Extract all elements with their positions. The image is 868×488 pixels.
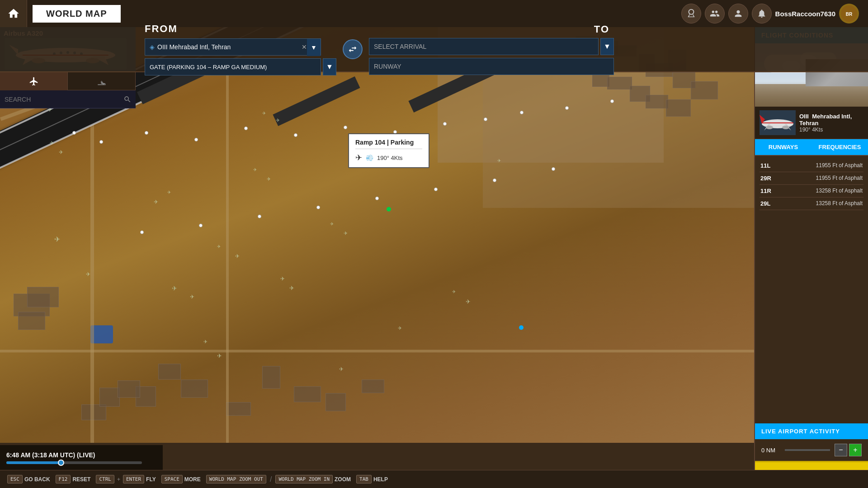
notifications-icon-button[interactable] xyxy=(752,4,772,23)
arrival-inputs: SELECT ARRIVAL ▼ RUNWAY xyxy=(369,38,614,75)
ramp-popup-info: ✈ 💨 190° 4Kts xyxy=(355,153,422,163)
arrival-placeholder: SELECT ARRIVAL xyxy=(374,43,426,50)
departure-gate-row: GATE (PARKING 104 – RAMP GA MEDIUM) ▼ xyxy=(145,58,336,75)
zoom-label: ZOOM xyxy=(335,476,351,483)
help-label: HELP xyxy=(373,476,388,483)
nm-increase-button[interactable]: + xyxy=(849,444,862,456)
gate-dropdown-button[interactable]: ▼ xyxy=(323,58,336,75)
search-input[interactable] xyxy=(0,96,119,103)
f12-key: F12 xyxy=(56,475,71,483)
nm-bar xyxy=(785,449,830,451)
swap-airports-button[interactable] xyxy=(343,39,363,59)
svg-point-23 xyxy=(782,126,789,129)
live-activity-content: 0 NM − + xyxy=(755,439,868,461)
avatar[interactable]: BR xyxy=(839,4,859,23)
zoom-in-key: WORLD MAP ZOOM IN xyxy=(275,475,333,483)
runway-row-29r: 29R 11955 Ft of Asphalt xyxy=(760,172,863,185)
ramp-plane-icon: ✈ xyxy=(355,153,362,163)
flight-bar: FROM ◈ OIII Mehrabad Intl, Tehran ✕ ▼ GA… xyxy=(0,27,868,72)
ramp-popup-title: Ramp 104 | Parking xyxy=(355,139,422,149)
bottom-bar: ESC GO BACK F12 RESET CTRL + ENTER FLY S… xyxy=(0,470,868,488)
from-label: FROM xyxy=(145,23,336,35)
home-button[interactable] xyxy=(0,0,27,27)
svg-point-0 xyxy=(689,9,693,14)
departure-gate-input[interactable]: GATE (PARKING 104 – RAMP GA MEDIUM) xyxy=(145,58,321,75)
esc-key: ESC xyxy=(7,475,23,483)
space-key: SPACE xyxy=(161,475,183,483)
username-label: BossRaccoon7630 xyxy=(775,10,835,18)
more-label: MORE xyxy=(184,476,201,483)
from-section: FROM ◈ OIII Mehrabad Intl, Tehran ✕ ▼ GA… xyxy=(145,23,336,75)
nm-decrease-button[interactable]: − xyxy=(835,444,847,456)
ramp-wind-value: 190° 4Kts xyxy=(377,155,403,161)
profile-icon-button[interactable] xyxy=(728,4,748,23)
svg-point-22 xyxy=(766,126,773,129)
svg-text:BR: BR xyxy=(846,12,853,17)
arrival-airport-input[interactable]: SELECT ARRIVAL xyxy=(369,38,599,55)
clear-departure-button[interactable]: ✕ xyxy=(302,43,307,51)
airport-thumb-image xyxy=(760,110,796,135)
time-slider-thumb[interactable] xyxy=(58,460,64,466)
slash-sep: / xyxy=(270,475,272,483)
reset-label: RESET xyxy=(72,476,90,483)
runways-table: 11L 11955 Ft of Asphalt 29R 11955 Ft of … xyxy=(755,156,868,214)
runway-id-11l: 11L xyxy=(760,162,778,169)
tab-arrival[interactable] xyxy=(68,72,136,90)
airport-code-name: OIII Mehrabad Intl, Tehran xyxy=(799,113,863,127)
enter-key: ENTER xyxy=(123,475,144,483)
departure-airport-row: ◈ OIII Mehrabad Intl, Tehran ✕ ▼ xyxy=(145,38,336,56)
runway-row-29l: 29L 13258 Ft of Asphalt xyxy=(760,197,863,210)
departure-airport-value: OIII Mehrabad Intl, Tehran xyxy=(157,43,316,51)
runway-desc-11r: 13258 Ft of Asphalt xyxy=(816,188,863,194)
arrival-runway-input[interactable]: RUNWAY xyxy=(369,58,614,75)
nm-controls: − + xyxy=(782,444,862,456)
search-icon[interactable] xyxy=(119,91,136,108)
tab-key: TAB xyxy=(356,475,372,483)
plus-separator: + xyxy=(117,476,120,483)
page-title: WORLD MAP xyxy=(33,5,121,23)
departure-airport-input[interactable]: ◈ OIII Mehrabad Intl, Tehran ✕ ▼ xyxy=(145,38,321,56)
time-slider[interactable] xyxy=(6,461,142,464)
top-navigation-bar: WORLD MAP BossRaccoon7630 BR xyxy=(0,0,868,27)
live-activity-label: LIVE AIRPORT ACTIVITY xyxy=(761,428,840,435)
time-slider-fill xyxy=(6,461,61,464)
go-back-label: GO BACK xyxy=(24,476,50,483)
airport-thumbnail xyxy=(760,110,796,135)
username-area: BossRaccoon7630 BR xyxy=(775,4,859,23)
achievements-icon-button[interactable] xyxy=(681,4,701,23)
tab-departure[interactable] xyxy=(0,72,68,90)
time-display: 6:48 AM (3:18 AM UTC) (LIVE) xyxy=(6,451,156,459)
right-panel: FLIGHT CONDITIONS xyxy=(754,27,868,488)
to-label: TO xyxy=(369,23,614,35)
runway-row-11l: 11L 11955 Ft of Asphalt xyxy=(760,160,863,172)
airport-wind: 190° 4Kts xyxy=(799,127,863,133)
runway-id-29r: 29R xyxy=(760,175,778,182)
group-icon-button[interactable] xyxy=(705,4,725,23)
departure-gate-value: GATE (PARKING 104 – RAMP GA MEDIUM) xyxy=(150,64,316,70)
airport-details: OIII Mehrabad Intl, Tehran 190° 4Kts xyxy=(799,113,863,133)
zoom-out-key: WORLD MAP ZOOM OUT xyxy=(206,475,266,483)
runway-desc-29r: 11955 Ft of Asphalt xyxy=(816,175,863,182)
runway-desc-29l: 13258 Ft of Asphalt xyxy=(816,200,863,207)
arrival-runway-row: RUNWAY xyxy=(369,58,614,75)
arrival-dropdown-button[interactable]: ▼ xyxy=(600,38,614,55)
airport-info-box: OIII Mehrabad Intl, Tehran 190° 4Kts xyxy=(755,107,868,139)
time-bar: 6:48 AM (3:18 AM UTC) (LIVE) xyxy=(0,445,163,470)
search-bar[interactable] xyxy=(0,90,136,108)
tab-runways[interactable]: RUNWAYS xyxy=(755,139,811,155)
ramp-popup: Ramp 104 | Parking ✈ 💨 190° 4Kts xyxy=(348,133,429,168)
tab-bar xyxy=(0,72,136,90)
runway-id-29l: 29L xyxy=(760,200,778,207)
fly-shortcut-label: FLY xyxy=(146,476,156,483)
tab-frequencies[interactable]: FREQUENCIES xyxy=(811,139,868,155)
to-section: TO SELECT ARRIVAL ▼ RUNWAY xyxy=(369,23,614,75)
arrival-airport-row: SELECT ARRIVAL ▼ xyxy=(369,38,614,55)
ramp-wind-icon: 💨 xyxy=(366,154,373,161)
topbar-icons: BossRaccoon7630 BR xyxy=(681,4,868,23)
nm-value-label: 0 NM xyxy=(761,447,775,454)
runway-id-11r: 11R xyxy=(760,188,778,194)
arrival-runway-value: RUNWAY xyxy=(374,63,401,70)
live-airport-activity-header: LIVE AIRPORT ACTIVITY xyxy=(755,423,868,439)
ctrl-key: CTRL xyxy=(96,475,114,483)
runways-frequencies-tabs: RUNWAYS FREQUENCIES xyxy=(755,139,868,156)
